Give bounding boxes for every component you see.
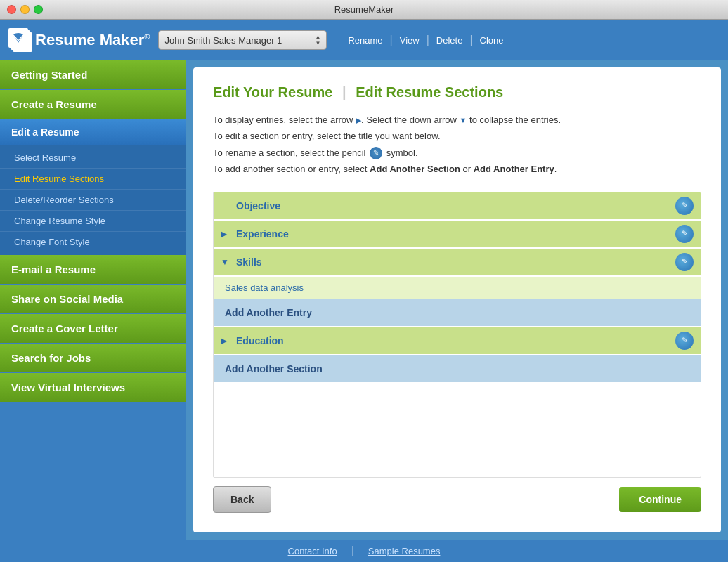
- sidebar: Getting Started Create a Resume Edit a R…: [0, 60, 186, 540]
- titlebar-title: ResumeMaker: [334, 4, 394, 15]
- minimize-btn[interactable]: [20, 5, 30, 14]
- footer-sample-resumes[interactable]: Sample Resumes: [368, 546, 441, 556]
- titlebar: ResumeMaker: [0, 0, 728, 20]
- footer-separator: |: [351, 544, 354, 557]
- resume-name: John Smith Sales Manager 1: [164, 35, 282, 46]
- sidebar-item-getting-started[interactable]: Getting Started: [0, 60, 186, 89]
- sidebar-item-delete-reorder[interactable]: Delete/Reorder Sections: [0, 190, 186, 211]
- page-title: Edit Your Resume | Edit Resume Sections: [213, 84, 701, 100]
- section-title-objective: Objective: [236, 200, 675, 211]
- back-button[interactable]: Back: [213, 486, 271, 513]
- close-btn[interactable]: [7, 5, 16, 14]
- clone-button[interactable]: Clone: [473, 32, 511, 48]
- sidebar-item-search-jobs[interactable]: Search for Jobs: [0, 344, 186, 372]
- section-row-objective[interactable]: Objective ✎: [214, 192, 701, 221]
- view-button[interactable]: View: [393, 32, 427, 48]
- dropdown-arrows: ▲▼: [316, 34, 321, 46]
- sidebar-sub-items: Select Resume Edit Resume Sections Delet…: [0, 145, 186, 255]
- arrow-skills: ▼: [221, 257, 230, 267]
- edit-btn-education[interactable]: ✎: [675, 332, 694, 350]
- content-panel: Edit Your Resume | Edit Resume Sections …: [193, 67, 721, 532]
- bottom-nav: Back Continue: [213, 478, 701, 516]
- section-title-education: Education: [236, 335, 675, 346]
- edit-btn-experience[interactable]: ✎: [675, 225, 694, 243]
- rename-button[interactable]: Rename: [341, 32, 389, 48]
- main-layout: Getting Started Create a Resume Edit a R…: [0, 60, 728, 540]
- toolbar-actions: Rename | View | Delete | Clone: [341, 32, 510, 48]
- sections-list: Objective ✎ ▶ Experience ✎ ▼ Skills ✎: [213, 192, 701, 478]
- section-row-education[interactable]: ▶ Education ✎: [214, 327, 701, 355]
- page-title-part2: Edit Resume Sections: [356, 84, 503, 100]
- sidebar-item-select-resume[interactable]: Select Resume: [0, 148, 186, 169]
- logo-icon: Resume Maker®: [8, 28, 150, 52]
- section-title-skills: Skills: [236, 256, 675, 268]
- arrow-education: ▶: [221, 336, 230, 346]
- sidebar-item-create-cover[interactable]: Create a Cover Letter: [0, 314, 186, 343]
- arrow-experience: ▶: [221, 229, 230, 239]
- section-row-experience[interactable]: ▶ Experience ✎: [214, 221, 701, 249]
- sidebar-item-edit-sections[interactable]: Edit Resume Sections: [0, 169, 186, 190]
- add-entry-button[interactable]: Add Another Entry: [214, 299, 701, 327]
- logo-text: Resume Maker®: [35, 31, 150, 49]
- section-title-experience: Experience: [236, 228, 675, 240]
- content-area: Edit Your Resume | Edit Resume Sections …: [186, 60, 728, 540]
- sidebar-item-change-font[interactable]: Change Font Style: [0, 232, 186, 252]
- sidebar-item-change-style[interactable]: Change Resume Style: [0, 211, 186, 232]
- footer: Contact Info | Sample Resumes: [0, 540, 728, 562]
- footer-contact-info[interactable]: Contact Info: [288, 546, 337, 556]
- resume-dropdown[interactable]: John Smith Sales Manager 1 ▲▼: [158, 30, 327, 50]
- maximize-btn[interactable]: [34, 5, 43, 14]
- page-title-part1: Edit Your Resume: [213, 84, 332, 100]
- sidebar-item-create-resume[interactable]: Create a Resume: [0, 90, 186, 119]
- toolbar: Resume Maker® John Smith Sales Manager 1…: [0, 20, 728, 60]
- instructions: To display entries, select the arrow ▶. …: [213, 112, 701, 178]
- sidebar-item-view-interviews[interactable]: View Virtual Interviews: [0, 373, 186, 402]
- title-separator: |: [342, 84, 346, 100]
- delete-button[interactable]: Delete: [429, 32, 470, 48]
- section-row-skills[interactable]: ▼ Skills ✎: [214, 249, 701, 277]
- skills-entry-1[interactable]: Sales data analysis: [214, 277, 701, 299]
- continue-button[interactable]: Continue: [619, 487, 701, 512]
- sidebar-item-email-resume[interactable]: E-mail a Resume: [0, 255, 186, 284]
- edit-btn-skills[interactable]: ✎: [675, 253, 694, 271]
- sidebar-item-edit-resume[interactable]: Edit a Resume: [0, 119, 186, 145]
- add-section-button[interactable]: Add Another Section: [214, 355, 701, 384]
- edit-btn-objective[interactable]: ✎: [675, 197, 694, 215]
- logo-area: Resume Maker®: [8, 28, 150, 52]
- sidebar-item-share-social[interactable]: Share on Social Media: [0, 285, 186, 313]
- resume-selector[interactable]: John Smith Sales Manager 1 ▲▼: [158, 30, 327, 50]
